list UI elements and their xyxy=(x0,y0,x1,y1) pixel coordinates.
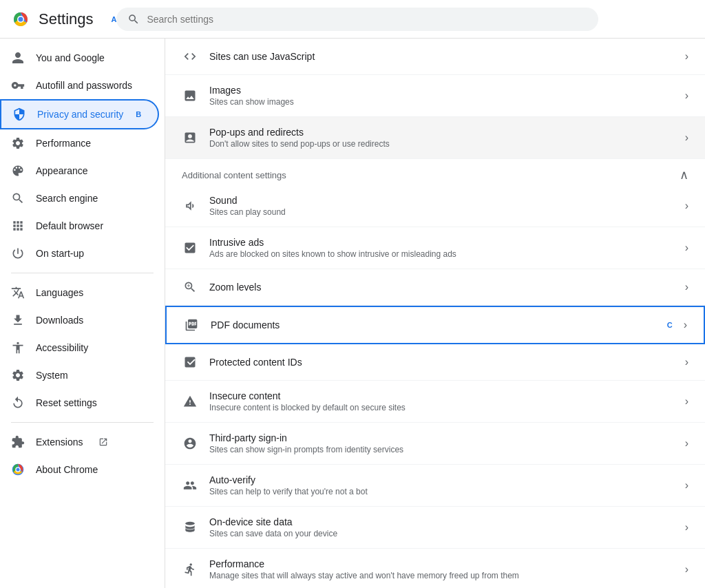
setting-row-on-device-data[interactable]: On-device site data Sites can save data … xyxy=(165,507,705,549)
person-circle-icon xyxy=(182,435,198,452)
sidebar-label-on-startup: On start-up xyxy=(36,248,84,259)
sidebar-item-downloads[interactable]: Downloads xyxy=(0,306,159,334)
setting-row-auto-verify[interactable]: Auto-verify Sites can help to verify tha… xyxy=(165,465,705,507)
sidebar-item-about-chrome[interactable]: About Chrome xyxy=(0,456,159,483)
content-area: Sites can use JavaScript › Images Sites … xyxy=(165,39,705,588)
setting-row-javascript[interactable]: Sites can use JavaScript › xyxy=(165,39,705,75)
sidebar-item-system[interactable]: System xyxy=(0,361,159,389)
pdf-chevron: › xyxy=(684,319,687,331)
setting-row-sound[interactable]: Sound Sites can play sound › xyxy=(165,185,705,227)
database-icon xyxy=(182,519,198,536)
javascript-chevron: › xyxy=(685,50,688,63)
auto-verify-text: Auto-verify Sites can help to verify tha… xyxy=(209,474,674,496)
reset-icon xyxy=(11,396,25,410)
pdf-title: PDF documents xyxy=(211,319,655,330)
setting-row-third-party-signin[interactable]: Third-party sign-in Sites can show sign-… xyxy=(165,423,705,465)
svg-point-3 xyxy=(19,17,23,21)
insecure-title: Insecure content xyxy=(209,390,674,401)
image-icon xyxy=(182,87,198,104)
setting-row-ads[interactable]: Intrusive ads Ads are blocked on sites k… xyxy=(165,227,705,269)
zoom-text: Zoom levels xyxy=(209,282,674,293)
javascript-text: Sites can use JavaScript xyxy=(209,51,674,62)
browser-icon xyxy=(11,219,25,233)
badge-b: B xyxy=(136,110,141,118)
sidebar-label-downloads: Downloads xyxy=(36,315,83,326)
setting-row-popups[interactable]: Pop-ups and redirects Don't allow sites … xyxy=(165,117,705,159)
insecure-chevron: › xyxy=(685,395,688,408)
sidebar-item-reset[interactable]: Reset settings xyxy=(0,389,159,417)
ads-icon xyxy=(182,240,198,256)
sidebar-label-you-and-google: You and Google xyxy=(36,52,105,63)
setting-row-protected[interactable]: Protected content IDs › xyxy=(165,344,705,381)
ads-title: Intrusive ads xyxy=(209,237,674,248)
sidebar-item-performance[interactable]: Performance xyxy=(0,129,159,157)
javascript-title: Sites can use JavaScript xyxy=(209,51,674,62)
sidebar-item-appearance[interactable]: Appearance xyxy=(0,157,159,185)
sidebar-label-reset: Reset settings xyxy=(36,397,97,408)
sidebar-item-search-engine[interactable]: Search engine xyxy=(0,185,159,212)
translate-icon xyxy=(11,286,25,300)
sidebar-divider-1 xyxy=(11,273,154,273)
svg-point-6 xyxy=(17,468,20,472)
main-layout: You and Google Autofill and passwords Pr… xyxy=(0,39,705,588)
content-performance-chevron: › xyxy=(685,563,688,576)
on-device-data-text: On-device site data Sites can save data … xyxy=(209,516,674,538)
sound-icon xyxy=(182,198,198,214)
sound-chevron: › xyxy=(685,200,688,212)
sidebar-label-accessibility: Accessibility xyxy=(36,342,88,353)
ads-subtitle: Ads are blocked on sites known to show i… xyxy=(209,249,674,259)
zoom-chevron: › xyxy=(685,281,688,293)
auto-verify-subtitle: Sites can help to verify that you're not… xyxy=(209,487,674,496)
search-icon xyxy=(127,13,140,25)
images-text: Images Sites can show images xyxy=(209,85,674,107)
setting-row-pdf[interactable]: PDF documents C › xyxy=(165,306,705,344)
speed-icon xyxy=(11,136,25,150)
sidebar-item-privacy[interactable]: Privacy and security B xyxy=(0,99,159,129)
sidebar-item-autofill[interactable]: Autofill and passwords xyxy=(0,72,159,99)
sidebar-item-languages[interactable]: Languages xyxy=(0,279,159,306)
setting-row-zoom[interactable]: Zoom levels › xyxy=(165,269,705,306)
top-bar: Settings A xyxy=(0,0,705,39)
setting-row-images[interactable]: Images Sites can show images › xyxy=(165,75,705,117)
sidebar-label-about-chrome: About Chrome xyxy=(36,464,98,475)
extensions-icon xyxy=(11,435,25,449)
on-device-data-title: On-device site data xyxy=(209,516,674,527)
palette-icon xyxy=(11,164,25,178)
system-icon xyxy=(11,368,25,382)
sidebar-item-default-browser[interactable]: Default browser xyxy=(0,212,159,240)
collapse-icon[interactable]: ∧ xyxy=(680,167,688,182)
sidebar: You and Google Autofill and passwords Pr… xyxy=(0,39,165,588)
sidebar-label-appearance: Appearance xyxy=(36,165,88,176)
setting-row-content-performance[interactable]: Performance Manage sites that will alway… xyxy=(165,549,705,588)
images-title: Images xyxy=(209,85,674,96)
sidebar-item-you-and-google[interactable]: You and Google xyxy=(0,44,159,72)
sidebar-item-extensions[interactable]: Extensions xyxy=(0,428,159,456)
setting-row-insecure[interactable]: Insecure content Insecure content is blo… xyxy=(165,381,705,423)
additional-section-header: Additional content settings ∧ xyxy=(165,159,705,185)
person-icon xyxy=(11,51,25,65)
sidebar-item-on-startup[interactable]: On start-up xyxy=(0,240,159,267)
badge-c: C xyxy=(667,321,673,329)
power-icon xyxy=(11,246,25,260)
third-party-title: Third-party sign-in xyxy=(209,432,674,443)
sidebar-item-accessibility[interactable]: Accessibility xyxy=(0,334,159,361)
javascript-icon xyxy=(182,48,198,65)
auto-verify-title: Auto-verify xyxy=(209,474,674,485)
insecure-subtitle: Insecure content is blocked by default o… xyxy=(209,403,674,412)
ads-chevron: › xyxy=(685,242,688,254)
sound-title: Sound xyxy=(209,195,674,206)
on-device-data-subtitle: Sites can save data on your device xyxy=(209,529,674,538)
protected-text: Protected content IDs xyxy=(209,357,674,368)
popups-title: Pop-ups and redirects xyxy=(209,127,674,138)
search-input[interactable] xyxy=(147,14,587,25)
search-bar[interactable] xyxy=(116,8,598,31)
key-icon xyxy=(11,78,25,92)
sidebar-label-extensions: Extensions xyxy=(36,437,83,448)
third-party-subtitle: Sites can show sign-in prompts from iden… xyxy=(209,445,674,454)
sound-subtitle: Sites can play sound xyxy=(209,207,674,217)
download-icon xyxy=(11,313,25,327)
accessibility-icon xyxy=(11,341,25,355)
sidebar-divider-2 xyxy=(11,422,154,423)
popups-subtitle: Don't allow sites to send pop-ups or use… xyxy=(209,139,674,149)
zoom-icon xyxy=(182,279,198,295)
